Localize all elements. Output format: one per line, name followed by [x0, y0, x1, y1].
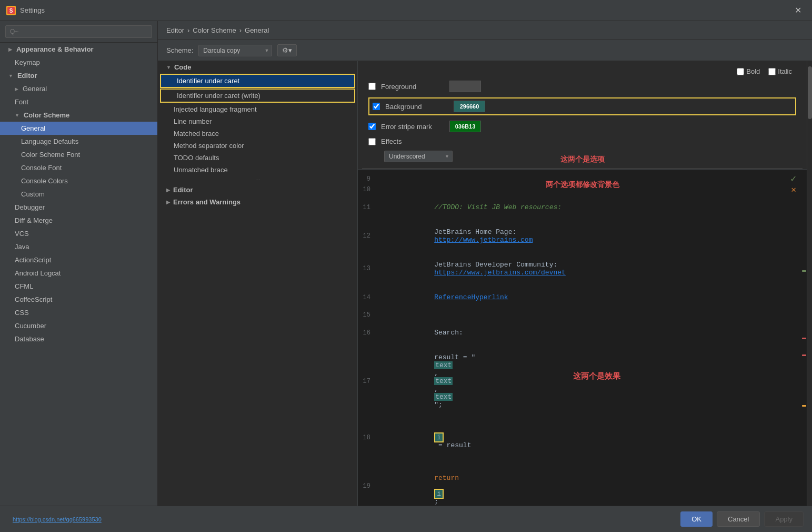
tree-item-identifier-under-caret[interactable]: Identifier under caret [160, 74, 355, 88]
app-icon: S [6, 6, 16, 15]
italic-checkbox-item: Italic [768, 67, 792, 75]
link-devnet[interactable]: https://www.jetbrains.com/devnet [434, 269, 566, 277]
scroll-mark-green [802, 270, 806, 272]
sidebar: ▶ Appearance & Behavior Keymap ▼ Editor … [0, 21, 158, 506]
preview-line-17: 17 result = " text , text , text "; [358, 345, 807, 417]
sidebar-search-area [0, 21, 157, 43]
content-area: Editor › Color Scheme › General Scheme: … [158, 21, 812, 506]
foreground-color-box[interactable] [449, 81, 481, 92]
breadcrumb-general: General [245, 26, 269, 34]
error-stripe-color-box[interactable]: 036B13 [449, 121, 481, 132]
sidebar-item-general[interactable]: ▶ General [0, 82, 157, 95]
tree-item-method-separator[interactable]: Method separator color [158, 140, 357, 152]
scheme-gear-button[interactable]: ⚙▾ [277, 44, 297, 56]
tree-list: ▼ Code Identifier under caret Identifier… [158, 61, 357, 208]
sidebar-item-colorscheme-font[interactable]: Color Scheme Font [0, 148, 157, 161]
tree-arrow-errors: ▶ [166, 200, 170, 205]
scroll-mark-red1 [802, 338, 806, 339]
sidebar-item-console-font[interactable]: Console Font [0, 161, 157, 174]
sidebar-item-actionscript[interactable]: ActionScript [0, 253, 157, 267]
sidebar-item-console-colors[interactable]: Console Colors [0, 174, 157, 188]
preview-line-12: 12 JetBrains Home Page: http://www.jetbr… [358, 220, 807, 252]
foreground-checkbox[interactable] [368, 83, 376, 90]
scroll-mark-red2 [802, 354, 806, 356]
sidebar-item-editor[interactable]: ▼ Editor [0, 69, 157, 82]
sidebar-item-diff-merge[interactable]: Diff & Merge [0, 214, 157, 227]
sidebar-item-general-sub[interactable]: General [0, 122, 157, 135]
tree-item-code[interactable]: ▼ Code [158, 61, 357, 73]
tree-item-injected-language[interactable]: Injected language fragment [158, 103, 357, 115]
breadcrumb: Editor › Color Scheme › General [158, 21, 812, 40]
breadcrumb-editor: Editor [166, 26, 184, 34]
preview-line-14: 14 ReferenceHyperlink [358, 285, 807, 310]
effects-label: Effects [381, 137, 444, 145]
preview-line-9: 9 [358, 174, 807, 184]
right-scrollbar[interactable] [807, 61, 812, 506]
sidebar-item-vcs[interactable]: VCS [0, 227, 157, 240]
tree-arrow-code: ▼ [166, 65, 171, 70]
ok-button[interactable]: OK [680, 511, 713, 527]
underscored-select[interactable]: Underscored [384, 151, 453, 162]
background-label: Background [385, 103, 448, 111]
search-input[interactable] [5, 25, 152, 38]
preview-line-16: 16 Search: [358, 320, 807, 345]
breadcrumb-colorscheme: Color Scheme [193, 26, 236, 34]
scheme-select[interactable]: Darcula copy [198, 45, 272, 56]
sidebar-item-css[interactable]: CSS [0, 306, 157, 319]
tree-arrow-editor: ▶ [166, 188, 170, 193]
foreground-row: Foreground [368, 81, 796, 92]
tree-item-editor-section[interactable]: ▶ Editor [158, 184, 357, 196]
cancel-button[interactable]: Cancel [717, 511, 760, 527]
error-stripe-checkbox[interactable] [368, 123, 376, 130]
sidebar-item-database[interactable]: Database [0, 332, 157, 346]
sidebar-item-language-defaults[interactable]: Language Defaults [0, 135, 157, 148]
reference-hyperlink[interactable]: ReferenceHyperlink [434, 293, 508, 301]
sidebar-item-appearance[interactable]: ▶ Appearance & Behavior [0, 43, 157, 56]
scrollbar-thumb[interactable] [808, 66, 812, 119]
preview-line-15: 15 [358, 310, 807, 320]
bold-italic-row: Bold Italic [368, 67, 796, 75]
sidebar-item-cfml[interactable]: CFML [0, 280, 157, 293]
sidebar-item-colorscheme[interactable]: ▼ Color Scheme [0, 109, 157, 122]
background-color-box[interactable]: 296660 [454, 101, 485, 112]
preview-area: ✓ ✕ 这两个是效果 9 [358, 169, 807, 506]
x-icon: ✕ [791, 184, 796, 195]
background-row: Background 296660 [368, 97, 796, 115]
bottom-bar: https://blog.csdn.net/qq665993530 OK Can… [0, 506, 812, 532]
scheme-label: Scheme: [166, 46, 193, 54]
sidebar-item-keymap[interactable]: Keymap [0, 56, 157, 69]
link-jetbrains[interactable]: http://www.jetbrains.com [434, 236, 533, 244]
effects-select-wrapper: Underscored [384, 151, 453, 162]
tree-item-todo-defaults[interactable]: TODO defaults [158, 152, 357, 164]
tree-item-unmatched-brace[interactable]: Unmatched brace [158, 164, 357, 176]
sidebar-item-coffeescript[interactable]: CoffeeScript [0, 293, 157, 306]
preview-line-19: 19 return i ; [358, 458, 807, 506]
preview-line-10: 10 [358, 184, 807, 195]
tree-item-line-number[interactable]: Line number [158, 115, 357, 127]
italic-checkbox[interactable] [768, 68, 776, 75]
bold-checkbox[interactable] [737, 68, 744, 75]
preview-line-18: 18 i = result [358, 417, 807, 458]
sidebar-item-font[interactable]: Font [0, 95, 157, 109]
sidebar-item-android-logcat[interactable]: Android Logcat [0, 267, 157, 280]
tree-item-errors-section[interactable]: ▶ Errors and Warnings [158, 196, 357, 208]
arrow-icon-editor: ▼ [8, 73, 13, 78]
scroll-marks [801, 170, 807, 506]
apply-button[interactable]: Apply [764, 511, 804, 527]
sidebar-item-java[interactable]: Java [0, 240, 157, 253]
background-checkbox[interactable] [373, 103, 380, 110]
error-stripe-row: Error stripe mark 036B13 [368, 121, 796, 132]
close-button[interactable]: ✕ [790, 3, 806, 17]
scheme-select-wrapper: Darcula copy [198, 45, 272, 56]
sidebar-item-custom[interactable]: Custom [0, 188, 157, 201]
arrow-icon-general: ▶ [15, 86, 18, 92]
effects-checkbox[interactable] [368, 138, 376, 145]
bold-checkbox-item: Bold [737, 67, 760, 75]
bottom-link[interactable]: https://blog.csdn.net/qq665993530 [13, 516, 102, 523]
main-layout: ▶ Appearance & Behavior Keymap ▼ Editor … [0, 21, 812, 506]
title-bar: S Settings ✕ [0, 0, 812, 21]
sidebar-item-cucumber[interactable]: Cucumber [0, 319, 157, 332]
sidebar-item-debugger[interactable]: Debugger [0, 201, 157, 214]
tree-item-identifier-under-caret-write[interactable]: Identifier under caret (write) [160, 88, 355, 103]
tree-item-matched-brace[interactable]: Matched brace [158, 127, 357, 140]
